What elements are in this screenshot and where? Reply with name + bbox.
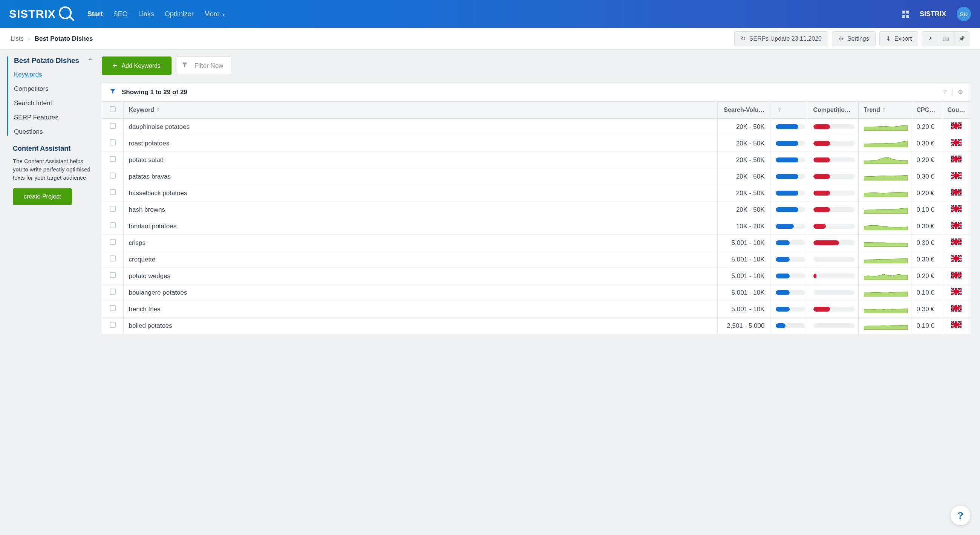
nav-optimizer[interactable]: Optimizer bbox=[165, 10, 194, 18]
cell-volume-bar bbox=[770, 235, 808, 251]
table-row[interactable]: potato salad 20K - 50K 0.20 € bbox=[102, 152, 970, 168]
row-checkbox[interactable] bbox=[110, 289, 116, 295]
breadcrumb-bar: Lists › Best Potato Dishes SERPs Update … bbox=[0, 28, 980, 50]
table-row[interactable]: boiled potatoes 2,501 - 5,000 0.10 € bbox=[102, 318, 970, 334]
row-checkbox[interactable] bbox=[110, 256, 116, 262]
settings-label: Settings bbox=[847, 35, 869, 42]
share-icon bbox=[928, 36, 932, 41]
row-checkbox[interactable] bbox=[110, 189, 116, 195]
cell-country bbox=[942, 185, 970, 202]
col-cpc[interactable]: CPC… bbox=[911, 102, 942, 119]
funnel-icon[interactable] bbox=[110, 88, 116, 96]
avatar[interactable]: SU bbox=[957, 7, 971, 21]
cell-country bbox=[942, 202, 970, 218]
cell-keyword: croquette bbox=[123, 251, 717, 268]
nav-links[interactable]: Links bbox=[138, 10, 154, 18]
pin-button[interactable] bbox=[954, 31, 969, 46]
create-project-button[interactable]: create Project bbox=[13, 188, 72, 205]
cell-cpc: 0.10 € bbox=[911, 202, 942, 218]
nav-seo[interactable]: SEO bbox=[113, 10, 128, 18]
chevron-up-icon: ⌃ bbox=[88, 58, 93, 64]
cell-keyword: roast potatoes bbox=[123, 135, 717, 152]
serps-update-button[interactable]: SERPs Update 23.11.2020 bbox=[734, 31, 828, 46]
sidebar-links: Keywords Competitors Search Intent SERP … bbox=[14, 71, 93, 136]
flag-uk-icon bbox=[951, 122, 961, 129]
table-row[interactable]: hash browns 20K - 50K 0.10 € bbox=[102, 202, 970, 218]
nav-more[interactable]: More ▾ bbox=[204, 10, 224, 18]
cell-volume-bar bbox=[770, 251, 808, 268]
cell-competition bbox=[808, 168, 858, 185]
cell-competition bbox=[808, 284, 858, 301]
cell-keyword: potato salad bbox=[123, 152, 717, 168]
cell-cpc: 0.30 € bbox=[911, 235, 942, 251]
row-checkbox[interactable] bbox=[110, 305, 116, 311]
row-checkbox[interactable] bbox=[110, 322, 116, 328]
share-button[interactable] bbox=[922, 31, 938, 46]
col-competition[interactable]: Competition … bbox=[808, 102, 858, 119]
table-row[interactable]: boulangere potatoes 5,001 - 10K 0.10 € bbox=[102, 284, 970, 301]
sidebar-title[interactable]: Best Potato Dishes ⌃ bbox=[14, 57, 93, 65]
row-checkbox[interactable] bbox=[110, 222, 116, 228]
brand-logo[interactable]: SISTRIX bbox=[9, 6, 74, 21]
cell-cpc: 0.30 € bbox=[911, 218, 942, 235]
row-checkbox[interactable] bbox=[110, 123, 116, 129]
cell-trend bbox=[858, 268, 911, 284]
row-checkbox[interactable] bbox=[110, 156, 116, 162]
table-row[interactable]: crisps 5,001 - 10K 0.30 € bbox=[102, 235, 970, 251]
sidebar-item-search-intent[interactable]: Search Intent bbox=[14, 100, 93, 107]
table-row[interactable]: roast potatoes 20K - 50K 0.30 € bbox=[102, 135, 970, 152]
row-checkbox[interactable] bbox=[110, 206, 116, 212]
cell-cpc: 0.20 € bbox=[911, 185, 942, 202]
col-keyword[interactable]: Keyword? bbox=[123, 102, 717, 119]
docs-button[interactable] bbox=[938, 31, 954, 46]
row-checkbox[interactable] bbox=[110, 140, 116, 145]
flag-uk-icon bbox=[951, 238, 961, 245]
table-row[interactable]: dauphinoise potatoes 20K - 50K 0.20 € bbox=[102, 119, 970, 135]
help-icon[interactable]: ? bbox=[943, 89, 947, 96]
add-keywords-button[interactable]: Add Keywords bbox=[102, 57, 172, 75]
table-row[interactable]: fondant potatoes 10K - 20K 0.30 € bbox=[102, 218, 970, 235]
filter-now-label: Filter Now bbox=[194, 62, 224, 70]
cell-cpc: 0.30 € bbox=[911, 135, 942, 152]
gear-icon[interactable] bbox=[958, 89, 963, 96]
filter-now-button[interactable]: Filter Now bbox=[176, 57, 231, 75]
cell-volume: 2,501 - 5,000 bbox=[717, 318, 770, 334]
sidebar-item-keywords[interactable]: Keywords bbox=[14, 71, 93, 78]
row-checkbox[interactable] bbox=[110, 272, 116, 278]
cell-trend bbox=[858, 119, 911, 135]
cell-volume: 20K - 50K bbox=[717, 119, 770, 135]
results-table: Keyword? Search-Volu… ? Competition … Tr… bbox=[102, 102, 970, 334]
row-checkbox[interactable] bbox=[110, 239, 116, 245]
sidebar-item-questions[interactable]: Questions bbox=[14, 128, 93, 136]
table-row[interactable]: potato wedges 5,001 - 10K 0.20 € bbox=[102, 268, 970, 284]
col-country[interactable]: Count… bbox=[942, 102, 970, 119]
help-icon: ? bbox=[882, 107, 886, 113]
select-all-checkbox[interactable] bbox=[110, 106, 116, 112]
table-row[interactable]: french fries 5,001 - 10K 0.30 € bbox=[102, 301, 970, 318]
sidebar-item-competitors[interactable]: Competitors bbox=[14, 85, 93, 93]
row-checkbox[interactable] bbox=[110, 173, 116, 179]
settings-button[interactable]: Settings bbox=[832, 31, 876, 46]
col-search-volume[interactable]: Search-Volu… bbox=[717, 102, 770, 119]
plus-icon bbox=[113, 62, 117, 70]
nav-right-label[interactable]: SISTRIX bbox=[920, 10, 946, 18]
cell-trend bbox=[858, 152, 911, 168]
apps-icon[interactable] bbox=[902, 11, 909, 18]
table-row[interactable]: patatas bravas 20K - 50K 0.30 € bbox=[102, 168, 970, 185]
breadcrumb-parent[interactable]: Lists bbox=[11, 35, 24, 43]
cell-country bbox=[942, 152, 970, 168]
cell-volume: 5,001 - 10K bbox=[717, 251, 770, 268]
nav-start[interactable]: Start bbox=[88, 10, 103, 18]
cell-volume-bar bbox=[770, 318, 808, 334]
table-row[interactable]: croquette 5,001 - 10K 0.30 € bbox=[102, 251, 970, 268]
sidebar-item-serp-features[interactable]: SERP Features bbox=[14, 114, 93, 121]
col-volume-bar[interactable]: ? bbox=[770, 102, 808, 119]
cell-cpc: 0.30 € bbox=[911, 168, 942, 185]
col-trend[interactable]: Trend? bbox=[858, 102, 911, 119]
sidebar-section: Best Potato Dishes ⌃ Keywords Competitor… bbox=[7, 57, 93, 136]
export-button[interactable]: Export bbox=[879, 31, 918, 46]
table-row[interactable]: hasselback potatoes 20K - 50K 0.20 € bbox=[102, 185, 970, 202]
cell-competition bbox=[808, 218, 858, 235]
cell-competition bbox=[808, 268, 858, 284]
cell-country bbox=[942, 135, 970, 152]
